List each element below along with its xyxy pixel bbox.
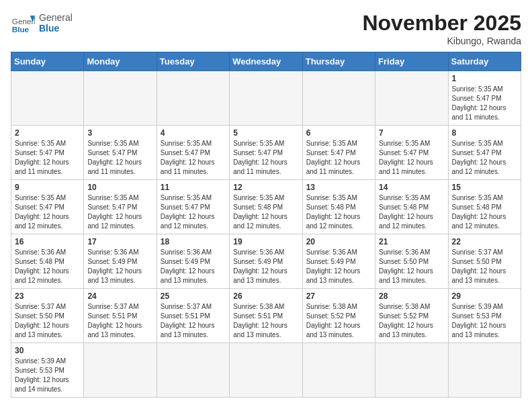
calendar-cell: 18Sunrise: 5:36 AM Sunset: 5:49 PM Dayli… (157, 234, 229, 289)
calendar-week-row: 23Sunrise: 5:37 AM Sunset: 5:50 PM Dayli… (11, 289, 521, 343)
calendar-cell (230, 343, 302, 398)
svg-text:Blue: Blue (12, 25, 30, 34)
logo-general-text: General (39, 12, 73, 23)
day-info: Sunrise: 5:35 AM Sunset: 5:47 PM Dayligh… (87, 139, 152, 177)
day-info: Sunrise: 5:35 AM Sunset: 5:48 PM Dayligh… (233, 193, 298, 231)
weekday-header-row: SundayMondayTuesdayWednesdayThursdayFrid… (11, 52, 521, 71)
calendar-cell: 14Sunrise: 5:35 AM Sunset: 5:48 PM Dayli… (375, 180, 448, 234)
weekday-header-tuesday: Tuesday (157, 52, 229, 71)
calendar-cell (230, 71, 302, 126)
day-number: 17 (87, 237, 152, 246)
day-info: Sunrise: 5:35 AM Sunset: 5:47 PM Dayligh… (452, 85, 517, 122)
day-info: Sunrise: 5:35 AM Sunset: 5:48 PM Dayligh… (452, 193, 517, 231)
calendar-cell: 8Sunrise: 5:35 AM Sunset: 5:47 PM Daylig… (448, 126, 521, 180)
day-info: Sunrise: 5:37 AM Sunset: 5:50 PM Dayligh… (452, 248, 517, 285)
weekday-header-friday: Friday (375, 52, 448, 71)
logo-blue-text: Blue (39, 23, 59, 34)
day-number: 26 (233, 291, 298, 301)
day-info: Sunrise: 5:36 AM Sunset: 5:49 PM Dayligh… (306, 248, 371, 285)
calendar-cell: 21Sunrise: 5:36 AM Sunset: 5:50 PM Dayli… (375, 234, 448, 289)
day-info: Sunrise: 5:35 AM Sunset: 5:47 PM Dayligh… (161, 193, 226, 231)
day-number: 5 (233, 128, 298, 138)
calendar-cell: 23Sunrise: 5:37 AM Sunset: 5:50 PM Dayli… (11, 289, 84, 343)
calendar-cell: 7Sunrise: 5:35 AM Sunset: 5:47 PM Daylig… (375, 126, 448, 180)
calendar-cell: 2Sunrise: 5:35 AM Sunset: 5:47 PM Daylig… (11, 126, 84, 180)
day-number: 12 (233, 183, 298, 192)
day-number: 23 (15, 291, 80, 301)
day-number: 25 (161, 291, 226, 301)
day-info: Sunrise: 5:35 AM Sunset: 5:47 PM Dayligh… (15, 193, 80, 231)
day-number: 8 (452, 128, 517, 138)
calendar-cell: 22Sunrise: 5:37 AM Sunset: 5:50 PM Dayli… (448, 234, 521, 289)
day-info: Sunrise: 5:35 AM Sunset: 5:48 PM Dayligh… (306, 193, 371, 231)
calendar-cell: 9Sunrise: 5:35 AM Sunset: 5:47 PM Daylig… (11, 180, 84, 234)
calendar-week-row: 9Sunrise: 5:35 AM Sunset: 5:47 PM Daylig… (11, 180, 521, 234)
logo-icon: General Blue (11, 11, 35, 35)
calendar-cell (84, 71, 157, 126)
day-info: Sunrise: 5:35 AM Sunset: 5:47 PM Dayligh… (161, 139, 226, 177)
calendar-cell: 29Sunrise: 5:39 AM Sunset: 5:53 PM Dayli… (448, 289, 521, 343)
calendar-cell: 16Sunrise: 5:36 AM Sunset: 5:48 PM Dayli… (11, 234, 84, 289)
calendar-cell: 17Sunrise: 5:36 AM Sunset: 5:49 PM Dayli… (84, 234, 157, 289)
day-number: 14 (379, 183, 444, 192)
calendar-cell: 24Sunrise: 5:37 AM Sunset: 5:51 PM Dayli… (84, 289, 157, 343)
day-number: 19 (233, 237, 298, 246)
day-info: Sunrise: 5:36 AM Sunset: 5:48 PM Dayligh… (15, 248, 80, 285)
calendar-week-row: 1Sunrise: 5:35 AM Sunset: 5:47 PM Daylig… (11, 71, 521, 126)
day-info: Sunrise: 5:37 AM Sunset: 5:51 PM Dayligh… (161, 302, 226, 340)
calendar-cell: 27Sunrise: 5:38 AM Sunset: 5:52 PM Dayli… (302, 289, 375, 343)
calendar-cell (375, 71, 448, 126)
day-info: Sunrise: 5:39 AM Sunset: 5:53 PM Dayligh… (15, 357, 80, 394)
calendar-cell (448, 343, 521, 398)
calendar-cell: 12Sunrise: 5:35 AM Sunset: 5:48 PM Dayli… (230, 180, 302, 234)
calendar-cell (157, 71, 229, 126)
calendar-cell (11, 71, 84, 126)
day-info: Sunrise: 5:36 AM Sunset: 5:50 PM Dayligh… (379, 248, 444, 285)
calendar-cell: 6Sunrise: 5:35 AM Sunset: 5:47 PM Daylig… (302, 126, 375, 180)
calendar-cell: 30Sunrise: 5:39 AM Sunset: 5:53 PM Dayli… (11, 343, 84, 398)
title-block: November 2025 Kibungo, Rwanda (362, 11, 521, 46)
day-number: 18 (161, 237, 226, 246)
day-info: Sunrise: 5:35 AM Sunset: 5:48 PM Dayligh… (379, 193, 444, 231)
day-info: Sunrise: 5:37 AM Sunset: 5:51 PM Dayligh… (87, 302, 152, 340)
calendar-cell: 25Sunrise: 5:37 AM Sunset: 5:51 PM Dayli… (157, 289, 229, 343)
logo: General Blue General Blue (11, 11, 73, 35)
day-number: 30 (15, 346, 80, 355)
day-info: Sunrise: 5:37 AM Sunset: 5:50 PM Dayligh… (15, 302, 80, 340)
calendar-cell: 1Sunrise: 5:35 AM Sunset: 5:47 PM Daylig… (448, 71, 521, 126)
day-number: 10 (87, 183, 152, 192)
day-info: Sunrise: 5:36 AM Sunset: 5:49 PM Dayligh… (87, 248, 152, 285)
day-number: 3 (87, 128, 152, 138)
day-info: Sunrise: 5:36 AM Sunset: 5:49 PM Dayligh… (233, 248, 298, 285)
day-number: 6 (306, 128, 371, 138)
calendar-cell (84, 343, 157, 398)
day-number: 16 (15, 237, 80, 246)
location-label: Kibungo, Rwanda (362, 36, 521, 46)
day-info: Sunrise: 5:38 AM Sunset: 5:52 PM Dayligh… (379, 302, 444, 340)
day-info: Sunrise: 5:35 AM Sunset: 5:47 PM Dayligh… (233, 139, 298, 177)
day-info: Sunrise: 5:35 AM Sunset: 5:47 PM Dayligh… (15, 139, 80, 177)
day-number: 27 (306, 291, 371, 301)
day-number: 15 (452, 183, 517, 192)
calendar-cell: 28Sunrise: 5:38 AM Sunset: 5:52 PM Dayli… (375, 289, 448, 343)
calendar-cell: 10Sunrise: 5:35 AM Sunset: 5:47 PM Dayli… (84, 180, 157, 234)
day-number: 22 (452, 237, 517, 246)
day-number: 20 (306, 237, 371, 246)
calendar-cell: 13Sunrise: 5:35 AM Sunset: 5:48 PM Dayli… (302, 180, 375, 234)
month-year-title: November 2025 (362, 11, 521, 36)
day-info: Sunrise: 5:38 AM Sunset: 5:51 PM Dayligh… (233, 302, 298, 340)
weekday-header-monday: Monday (84, 52, 157, 71)
weekday-header-saturday: Saturday (448, 52, 521, 71)
day-number: 11 (161, 183, 226, 192)
calendar-cell (302, 343, 375, 398)
day-info: Sunrise: 5:35 AM Sunset: 5:47 PM Dayligh… (87, 193, 152, 231)
day-number: 9 (15, 183, 80, 192)
calendar-cell: 26Sunrise: 5:38 AM Sunset: 5:51 PM Dayli… (230, 289, 302, 343)
calendar-cell: 4Sunrise: 5:35 AM Sunset: 5:47 PM Daylig… (157, 126, 229, 180)
day-number: 7 (379, 128, 444, 138)
calendar-cell: 11Sunrise: 5:35 AM Sunset: 5:47 PM Dayli… (157, 180, 229, 234)
day-number: 1 (452, 74, 517, 83)
day-number: 28 (379, 291, 444, 301)
calendar-cell: 15Sunrise: 5:35 AM Sunset: 5:48 PM Dayli… (448, 180, 521, 234)
calendar-cell: 3Sunrise: 5:35 AM Sunset: 5:47 PM Daylig… (84, 126, 157, 180)
